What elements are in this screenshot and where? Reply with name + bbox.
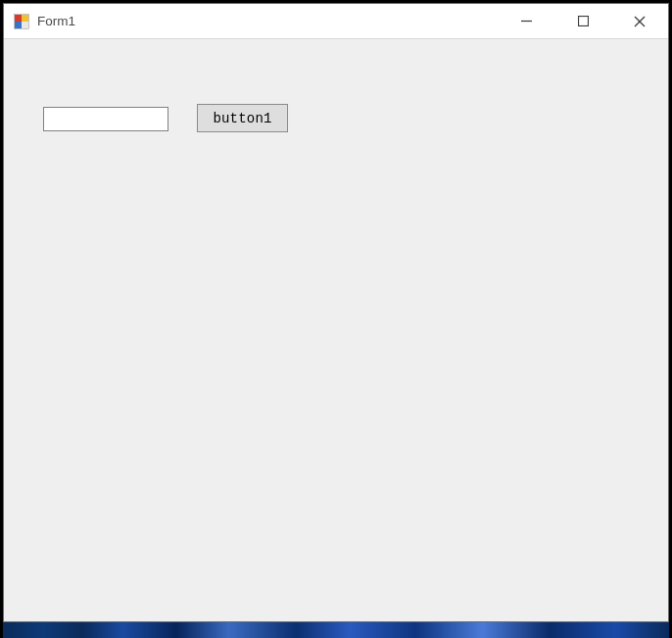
svg-rect-3	[22, 22, 28, 28]
window-title: Form1	[37, 14, 75, 28]
minimize-icon	[521, 16, 532, 26]
maximize-button[interactable]	[554, 4, 611, 38]
close-icon	[634, 16, 646, 27]
svg-rect-1	[22, 15, 28, 22]
button1[interactable]: button1	[197, 104, 288, 132]
button1-label: button1	[213, 111, 271, 126]
svg-rect-6	[578, 17, 588, 26]
svg-rect-0	[15, 15, 22, 22]
maximize-icon	[578, 16, 589, 26]
minimize-button[interactable]	[498, 4, 554, 38]
desktop-taskbar-strip	[3, 622, 669, 638]
window-controls	[498, 4, 668, 38]
form-window: Form1 button1	[3, 3, 669, 622]
close-button[interactable]	[611, 4, 668, 38]
textbox1[interactable]	[43, 107, 168, 131]
form-client-area: button1	[4, 39, 668, 621]
app-icon	[14, 14, 29, 29]
titlebar[interactable]: Form1	[4, 4, 668, 39]
svg-rect-2	[15, 22, 22, 28]
